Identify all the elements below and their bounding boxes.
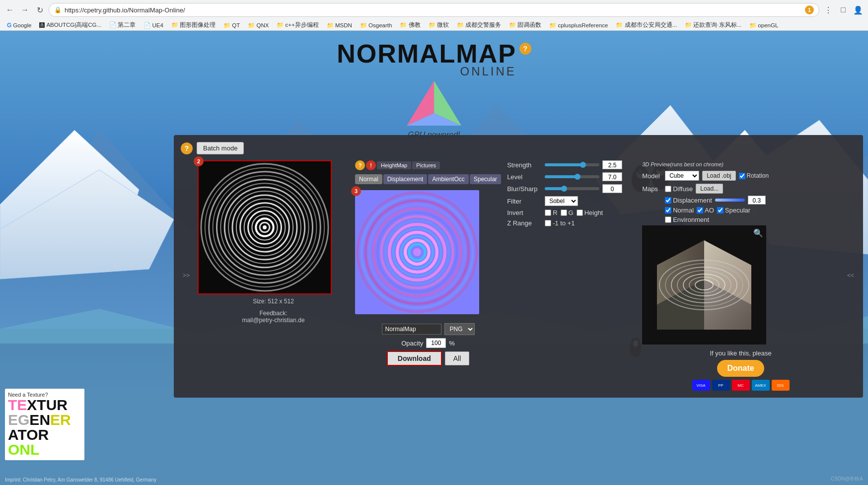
zrange-row: Z Range -1 to +1 bbox=[507, 219, 636, 227]
upload-area[interactable] bbox=[198, 160, 332, 294]
zrange-checkbox[interactable] bbox=[545, 220, 551, 226]
bookmark-chapter2[interactable]: 📄 第二章 bbox=[106, 20, 139, 30]
site-info-icon[interactable]: ? bbox=[519, 43, 531, 55]
bookmark-osgearth[interactable]: 📁 Osgearth bbox=[357, 21, 395, 30]
invert-height-checkbox[interactable] bbox=[577, 209, 583, 216]
pictures-tab[interactable]: Pictures bbox=[412, 161, 440, 169]
ao-checkbox[interactable] bbox=[697, 207, 703, 213]
feedback-section: Feedback: mail@petry-christian.de bbox=[198, 310, 349, 324]
donate-button[interactable]: Donate bbox=[717, 360, 764, 377]
panel-help-icon[interactable]: ? bbox=[181, 142, 193, 154]
bookmark-traffic[interactable]: 📁 成都市公安局交通... bbox=[613, 20, 680, 30]
bookmark-qnx[interactable]: 📁 QNX bbox=[245, 21, 272, 30]
donate-title: If you like this, please bbox=[642, 349, 839, 357]
tab-ambient-occ[interactable]: AmbientOcc bbox=[428, 174, 468, 184]
opacity-label: Opacity bbox=[401, 340, 423, 347]
heightmap-tab[interactable]: HeightMap bbox=[377, 161, 411, 169]
bookmark-opengl[interactable]: 📁 openGL bbox=[746, 21, 781, 30]
rotation-check-label: Rotation bbox=[739, 172, 769, 179]
opacity-input[interactable] bbox=[426, 338, 446, 348]
blur-slider[interactable] bbox=[545, 187, 599, 190]
blur-thumb[interactable] bbox=[561, 186, 567, 192]
level-slider[interactable] bbox=[545, 175, 599, 178]
menu-button[interactable]: ⋮ bbox=[822, 4, 834, 16]
viewport-3d-svg bbox=[642, 225, 766, 345]
bookmark-google[interactable]: G Google bbox=[4, 21, 34, 30]
filter-select[interactable]: Sobel Prewitt Simple bbox=[545, 196, 578, 206]
browser-nav: ← → ↻ 🔒 https://cpetry.github.io/NormalM… bbox=[0, 0, 868, 20]
back-button[interactable]: ← bbox=[4, 4, 16, 16]
nav-arrow-right[interactable]: << bbox=[845, 270, 856, 281]
main-panel: ? Batch mode >> bbox=[174, 135, 863, 398]
bookmark-tunedfunc[interactable]: 📁 固调函数 bbox=[506, 20, 544, 30]
forward-button[interactable]: → bbox=[19, 4, 31, 16]
diffuse-label: Diffuse bbox=[673, 185, 693, 193]
invert-r-checkbox[interactable] bbox=[545, 209, 551, 216]
viewport-3d[interactable]: 🔍 bbox=[642, 225, 766, 345]
ao-check-label: AO bbox=[697, 207, 714, 214]
displacement-checkbox[interactable] bbox=[665, 197, 671, 204]
environment-label: Environment bbox=[673, 216, 709, 223]
opacity-row: Opacity % bbox=[401, 338, 455, 348]
diffuse-checkbox[interactable] bbox=[665, 186, 671, 192]
bookmark-cplusplus[interactable]: 📁 cplusplusReference bbox=[546, 21, 611, 30]
extension-button[interactable]: □ bbox=[837, 4, 849, 16]
amex-icon: AMEX bbox=[752, 380, 770, 391]
bookmark-graphics[interactable]: 📁 图形图像处理 bbox=[168, 20, 218, 30]
zoom-icon[interactable]: 🔍 bbox=[753, 228, 763, 238]
invert-g-text: G bbox=[569, 209, 574, 216]
bookmark-msdn[interactable]: 📁 MSDN bbox=[324, 21, 355, 30]
diffuse-load-button[interactable]: Load... bbox=[696, 184, 723, 194]
bookmark-async[interactable]: 📁 c++异步编程 bbox=[274, 20, 321, 30]
level-thumb[interactable] bbox=[575, 174, 580, 180]
badge-3: 3 bbox=[351, 186, 361, 196]
bookmark-microsoft[interactable]: 📁 微软 bbox=[426, 20, 452, 30]
helper-badge-red: ! bbox=[366, 160, 376, 170]
bookmark-buddhism[interactable]: 📁 佛教 bbox=[397, 20, 423, 30]
bookmark-loan[interactable]: 📁 还款查询·东风标... bbox=[682, 20, 744, 30]
all-button[interactable]: All bbox=[445, 351, 470, 365]
bookmark-aboutcg[interactable]: 🅰ABOUTCG|高端CG... bbox=[36, 20, 104, 30]
invert-g-checkbox[interactable] bbox=[561, 209, 567, 216]
nav-arrow-left[interactable]: >> bbox=[181, 270, 192, 281]
feedback-email: mail@petry-christian.de bbox=[198, 317, 349, 324]
invert-label: Invert bbox=[507, 209, 542, 216]
rotation-checkbox[interactable] bbox=[739, 173, 745, 179]
format-select[interactable]: PNG JPG TGA bbox=[444, 323, 475, 335]
invert-r-label: R bbox=[545, 209, 557, 216]
tab-normal[interactable]: Normal bbox=[355, 174, 382, 184]
filename-input[interactable] bbox=[382, 324, 441, 335]
invert-height-text: Height bbox=[584, 209, 603, 216]
strength-thumb[interactable] bbox=[580, 162, 586, 168]
svg-point-41 bbox=[263, 225, 267, 229]
bookmark-police[interactable]: 📁 成都交警服务 bbox=[454, 20, 504, 30]
paypal-icon: PP bbox=[712, 380, 730, 391]
model-select[interactable]: Cube Sphere Plane Torus bbox=[665, 171, 699, 181]
maps-label-row: Maps Diffuse Load... bbox=[642, 184, 839, 194]
batch-mode-button[interactable]: Batch mode bbox=[197, 142, 244, 154]
load-obj-button[interactable]: Load .obj bbox=[702, 171, 735, 181]
level-row: Level 7.0 bbox=[507, 172, 636, 181]
strength-slider[interactable] bbox=[545, 163, 599, 166]
download-button[interactable]: Download bbox=[387, 351, 442, 366]
displacement-slider[interactable] bbox=[715, 199, 745, 202]
normal-checkbox[interactable] bbox=[665, 207, 671, 213]
blur-value: 0 bbox=[602, 184, 622, 193]
reload-button[interactable]: ↻ bbox=[34, 4, 46, 16]
specular-checkbox[interactable] bbox=[717, 207, 723, 213]
blur-label: Blur/Sharp bbox=[507, 185, 542, 193]
invert-g-label: G bbox=[561, 209, 574, 216]
browser-chrome: ← → ↻ 🔒 https://cpetry.github.io/NormalM… bbox=[0, 0, 868, 31]
tab-displacement[interactable]: Displacement bbox=[383, 174, 428, 184]
environment-checkbox[interactable] bbox=[665, 216, 671, 223]
tab-specular[interactable]: Specular bbox=[470, 174, 501, 184]
opacity-unit: % bbox=[449, 340, 455, 347]
bookmark-ue4[interactable]: 📄 UE4 bbox=[141, 21, 166, 30]
address-bar[interactable]: 🔒 https://cpetry.github.io/NormalMap-Onl… bbox=[49, 3, 819, 17]
invert-height-label: Height bbox=[577, 209, 603, 216]
profile-button[interactable]: 👤 bbox=[852, 4, 864, 16]
bookmark-qt[interactable]: 📁 QT bbox=[220, 21, 243, 30]
csdn-watermark: CSDN@帝秋A bbox=[831, 476, 863, 483]
settings-column: Strength 2.5 Level 7.0 bbox=[507, 160, 636, 230]
texture-ad[interactable]: Need a Texture? TEXTUR EGENER ATOR ONL bbox=[5, 389, 84, 460]
